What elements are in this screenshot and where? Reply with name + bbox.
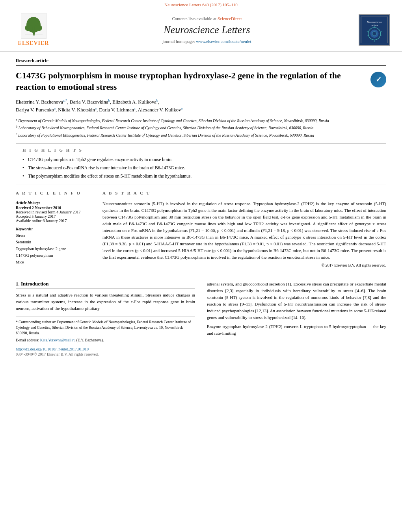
elsevier-wordmark: ELSEVIER — [18, 40, 49, 46]
affiliation-b: b Laboratory of Behavioral Neurogenomics… — [16, 124, 386, 131]
svg-point-3 — [25, 25, 33, 31]
highlight-item-1: C1473G polymorphism in Tph2 gene regulat… — [22, 156, 380, 164]
svg-point-4 — [34, 25, 42, 31]
crossmark-badge[interactable]: ✓ — [370, 72, 386, 87]
affiliation-c: c Laboratory of Populational Ethnogeneti… — [16, 132, 386, 139]
article-info-col: A R T I C L E I N F O Article history: R… — [16, 191, 95, 269]
affiliation-a: a Department of Genetic Models of Neurop… — [16, 117, 386, 124]
keyword-4: C1473G polymorphism — [16, 252, 95, 259]
elsevier-tree-icon — [21, 13, 47, 39]
affiliations: a Department of Genetic Models of Neurop… — [16, 117, 386, 139]
elsevier-logo: ELSEVIER — [18, 13, 49, 46]
keyword-2: Serotonin — [16, 239, 95, 245]
copyright-notice: © 2017 Elsevier B.V. All rights reserved… — [102, 263, 386, 267]
abstract-col: A B S T R A C T Neurotransmitter seroton… — [102, 191, 386, 269]
info-abstract-cols: A R T I C L E I N F O Article history: R… — [16, 191, 386, 269]
section-divider — [16, 275, 386, 275]
highlight-item-2: The stress-induced c-Fos mRNA rise is mo… — [22, 164, 380, 172]
svg-text:Neuroscience: Neuroscience — [367, 20, 382, 23]
journal-homepage-link[interactable]: www.elsevier.com/locate/neulet — [196, 39, 251, 44]
doi-anchor[interactable]: http://dx.doi.org/10.1016/j.neulet.2017.… — [16, 347, 89, 351]
introduction-section: 1. Introduction Stress is a natural and … — [16, 281, 386, 356]
contents-available-line: Contents lists available at ScienceDirec… — [172, 16, 242, 21]
elsevier-logo-area: ELSEVIER — [8, 13, 59, 46]
journal-header: ELSEVIER Contents lists available at Sci… — [0, 8, 402, 52]
svg-point-11 — [372, 32, 376, 35]
nsletters-logo-icon: Neuroscience Letters — [359, 17, 390, 43]
email-line: E-mail address: Kata.Yur.evna@mail.ru (E… — [16, 337, 195, 343]
abstract-text: Neurotransmitter serotonin (5-HT) is inv… — [102, 200, 386, 261]
introduction-heading: 1. Introduction — [16, 281, 195, 289]
page: Neuroscience Letters 640 (2017) 105–110 — [0, 0, 402, 363]
footnotes-block: * Corresponding author at: Department of… — [16, 317, 195, 343]
intro-col-right: adrenal system, and glucocorticoid secre… — [207, 281, 386, 356]
keywords-label: Keywords: — [16, 227, 95, 231]
journal-homepage-line: journal homepage: www.elsevier.com/locat… — [162, 39, 251, 44]
keyword-3: Tryptophan hydroxylase-2 gene — [16, 245, 95, 252]
abstract-paragraph: Neurotransmitter serotonin (5-HT) is inv… — [102, 200, 386, 261]
intro-text-left: Stress is a natural and adaptive reactio… — [16, 292, 195, 312]
abstract-title: A B S T R A C T — [102, 191, 386, 197]
neuroscience-letters-logo-area: Neuroscience Letters — [355, 13, 394, 46]
highlight-item-3: The polymorphism modifies the effect of … — [22, 172, 380, 180]
email-link[interactable]: Kata.Yur.evna@mail.ru — [40, 338, 76, 342]
intro-para-1: Stress is a natural and adaptive reactio… — [16, 292, 195, 312]
highlights-list: C1473G polymorphism in Tph2 gene regulat… — [22, 156, 380, 181]
nsletters-logo: Neuroscience Letters — [359, 14, 390, 46]
article-info-title: A R T I C L E I N F O — [16, 191, 95, 197]
received-date: Received 2 November 2016 — [16, 206, 95, 210]
journal-title: Neuroscience Letters — [164, 24, 250, 36]
keyword-1: Stress — [16, 232, 95, 239]
intro-para-2: adrenal system, and glucocorticoid secre… — [207, 281, 386, 321]
intro-text-right: adrenal system, and glucocorticoid secre… — [207, 281, 386, 337]
article-type-label: Research article — [16, 58, 386, 66]
tryptophan-keyword: tryptophan — [223, 324, 242, 329]
sciencedirect-link[interactable]: ScienceDirect — [218, 16, 242, 21]
highlights-box: H I G H L I G H T S C1473G polymorphism … — [16, 143, 386, 185]
main-content: Research article C1473G polymorphism in … — [0, 52, 402, 363]
journal-citation: Neuroscience Letters 640 (2017) 105–110 — [164, 2, 237, 7]
doi-link: http://dx.doi.org/10.1016/j.neulet.2017.… — [16, 347, 195, 351]
highlights-title: H I G H L I G H T S — [22, 148, 380, 152]
article-history-block: Article history: Received 2 November 201… — [16, 200, 95, 223]
intro-col-left: 1. Introduction Stress is a natural and … — [16, 281, 195, 356]
keywords-block: Keywords: Stress Serotonin Tryptophan hy… — [16, 227, 95, 265]
crossmark-icon: ✓ — [370, 72, 386, 87]
authors-line: Ekaterina Y. Bazhenovaa,*, Daria V. Bazo… — [16, 98, 386, 114]
keyword-5: Mice — [16, 259, 95, 265]
article-history-label: Article history: — [16, 200, 95, 205]
revised-date: Received in revised form 4 January 2017 — [16, 210, 95, 214]
article-title: C1473G polymorphism in mouse tryptophan … — [16, 70, 367, 93]
email-suffix: (E.Y. Bazhenova). — [76, 338, 104, 342]
journal-citation-bar: Neuroscience Letters 640 (2017) 105–110 — [0, 0, 402, 8]
title-area: C1473G polymorphism in mouse tryptophan … — [16, 70, 386, 93]
footer-copyright: 0304-3940/© 2017 Elsevier B.V. All right… — [16, 352, 195, 356]
available-date: Available online 6 January 2017 — [16, 219, 95, 223]
intro-para-3: Enzyme tryptophan hydroxylase 2 (TPH2) c… — [207, 323, 386, 337]
journal-header-center: Contents lists available at ScienceDirec… — [63, 13, 351, 46]
keywords-list: Stress Serotonin Tryptophan hydroxylase-… — [16, 232, 95, 265]
corresponding-author-note: * Corresponding author at: Department of… — [16, 319, 195, 336]
email-label: E-mail address: — [16, 338, 39, 342]
accepted-date: Accepted 5 January 2017 — [16, 214, 95, 219]
